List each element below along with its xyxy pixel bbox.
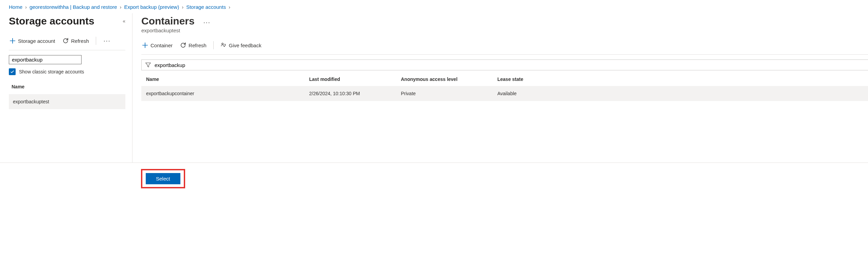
containers-toolbar: Container Refresh Give feedback [141,41,868,55]
check-icon [10,69,15,74]
add-container-button[interactable]: Container [141,41,173,50]
show-classic-label: Show classic storage accounts [19,69,84,74]
refresh-storage-label: Refresh [71,38,89,44]
page-title-storage: Storage accounts [9,15,94,27]
containers-subtitle: exportbackuptest [141,28,868,33]
storage-accounts-panel: Storage accounts « Storage account Refre… [0,13,132,163]
page-title-containers: Containers [141,15,195,27]
containers-panel: Containers ··· exportbackuptest Containe… [132,13,868,163]
table-header-row: Name Last modified Anonymous access leve… [141,72,868,86]
containers-table: Name Last modified Anonymous access leve… [141,72,868,101]
toolbar-divider [213,41,214,49]
breadcrumb-item-resource[interactable]: georestorewithha | Backup and restore [30,4,117,10]
refresh-containers-button[interactable]: Refresh [179,41,207,50]
filter-icon [145,62,151,68]
cell-access: Private [401,91,497,96]
storage-toolbar: Storage account Refresh ··· [9,36,125,50]
give-feedback-button[interactable]: Give feedback [220,41,262,50]
add-storage-label: Storage account [18,38,55,44]
show-classic-checkbox[interactable] [9,68,16,75]
chevron-right-icon: › [25,4,27,10]
toolbar-divider [96,37,96,45]
refresh-containers-label: Refresh [189,42,207,48]
footer: Select [0,163,868,194]
cell-name: exportbackupcontainer [146,91,309,96]
plus-icon [10,38,16,44]
breadcrumb: Home › georestorewithha | Backup and res… [0,0,868,13]
more-button[interactable]: ··· [102,37,112,45]
plus-icon [142,42,148,48]
chevron-right-icon: › [182,4,183,10]
breadcrumb-item-storage[interactable]: Storage accounts [186,4,226,10]
feedback-icon [220,42,227,48]
col-access[interactable]: Anonymous access level [401,76,497,82]
select-highlight: Select [141,169,185,188]
storage-account-item[interactable]: exportbackuptest [9,94,125,109]
feedback-label: Give feedback [229,42,262,48]
col-name[interactable]: Name [146,76,309,82]
table-row[interactable]: exportbackupcontainer 2/26/2024, 10:10:3… [141,86,868,101]
col-modified[interactable]: Last modified [309,76,401,82]
add-container-label: Container [150,42,173,48]
add-storage-account-button[interactable]: Storage account [9,36,56,45]
select-button[interactable]: Select [146,173,180,184]
breadcrumb-item-home[interactable]: Home [9,4,22,10]
chevron-right-icon: › [120,4,121,10]
svg-point-0 [222,43,223,45]
cell-modified: 2/26/2024, 10:10:30 PM [309,91,401,96]
storage-search-input[interactable] [9,55,82,64]
refresh-storage-button[interactable]: Refresh [62,36,90,45]
containers-more-button[interactable]: ··· [202,19,212,26]
chevron-right-icon: › [229,4,230,10]
cell-lease: Available [497,91,863,96]
breadcrumb-item-export[interactable]: Export backup (preview) [124,4,179,10]
containers-filter-input[interactable] [155,62,865,68]
storage-column-name[interactable]: Name [9,81,125,92]
refresh-icon [63,38,69,44]
refresh-icon [180,42,186,48]
col-lease[interactable]: Lease state [497,76,863,82]
collapse-icon[interactable]: « [123,18,125,24]
containers-filter-bar[interactable] [141,59,868,70]
